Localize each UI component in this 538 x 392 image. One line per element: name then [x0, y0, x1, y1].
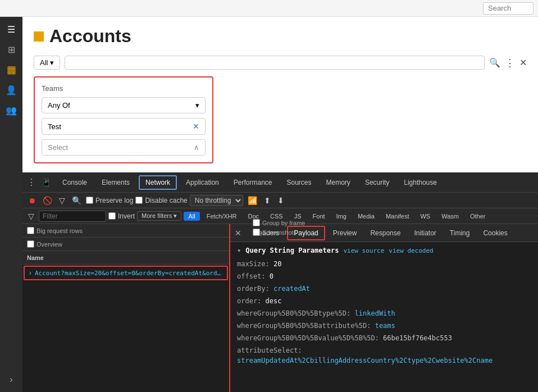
preserve-log-checkbox[interactable]: Preserve log: [86, 197, 133, 204]
any-of-chevron-icon: ▾: [195, 101, 199, 110]
chevron-right-icon[interactable]: ›: [3, 372, 19, 388]
disable-cache-checkbox[interactable]: Disable cache: [135, 197, 187, 204]
accounts-section: Accounts All ▾ 🔍 ⋮ ✕ Teams Any Of ▾: [22, 17, 538, 172]
search-input[interactable]: [483, 2, 534, 15]
payload-tab-timing[interactable]: Timing: [444, 227, 476, 239]
name-column-header: Name: [27, 254, 44, 261]
payload-tab-response[interactable]: Response: [364, 227, 406, 239]
accounts-icon: [34, 31, 44, 42]
query-string-params-title: ▾ Query String Parameters view source vi…: [237, 247, 531, 254]
devtools-devices-icon[interactable]: 📱: [39, 177, 53, 188]
main-layout: ☰ ⊞ ▦ 👤 👥 › Accounts All ▾ 🔍 ⋮ ✕: [0, 17, 538, 392]
any-of-label: Any Of: [48, 101, 70, 110]
filter-icon-button[interactable]: ▽: [26, 211, 37, 222]
teams-select-dropdown[interactable]: Select ∧: [42, 139, 206, 156]
dashboard-icon[interactable]: ⊞: [3, 42, 19, 57]
more-filters-button[interactable]: More filters ▾: [137, 211, 181, 221]
filter-bar: All ▾ 🔍 ⋮ ✕: [34, 56, 527, 70]
param-row-where-type: whereGroup%5B0%5D%5Btype%5D: linkedWith: [237, 308, 531, 318]
options-bar: Big request rows: [22, 224, 229, 238]
chevron-down-icon: ▾: [50, 58, 54, 67]
payload-content: ▾ Query String Parameters view source vi…: [230, 242, 538, 392]
tab-application[interactable]: Application: [180, 176, 225, 189]
app-content: Accounts All ▾ 🔍 ⋮ ✕ Teams Any Of ▾: [22, 17, 538, 392]
page-title: Accounts: [49, 26, 131, 47]
filter-fetch-xhr-pill[interactable]: Fetch/XHR: [202, 212, 241, 221]
param-row-offset: offset: 0: [237, 271, 531, 281]
right-options: Group by frame Screenshots: [253, 224, 305, 236]
view-decoded-link[interactable]: view decoded: [389, 247, 433, 254]
select-chevron-up-icon: ∧: [194, 143, 199, 152]
throttle-select[interactable]: No throttling: [190, 195, 243, 206]
tab-elements[interactable]: Elements: [96, 176, 135, 189]
user-icon[interactable]: 👤: [3, 82, 19, 98]
param-row-attribute-select: attributeSelect: streamUpdatedAt%2Cbilli…: [237, 345, 531, 366]
tab-lighthouse[interactable]: Lighthouse: [398, 176, 443, 189]
overview-bar: Overview: [22, 238, 229, 251]
wifi-icon-button[interactable]: 📶: [245, 195, 259, 206]
filter-manifest-pill[interactable]: Manifest: [381, 212, 414, 221]
devtools-network-toolbar: ⏺ 🚫 ▽ 🔍 Preserve log Disable cache No th…: [22, 193, 538, 208]
tab-console[interactable]: Console: [57, 176, 93, 189]
stop-recording-button[interactable]: ⏺: [26, 195, 38, 206]
filter-search-input[interactable]: [65, 56, 485, 70]
param-row-orderby: orderBy: createdAt: [237, 284, 531, 294]
search-network-button[interactable]: 🔍: [70, 195, 84, 206]
filter-all-pill[interactable]: All: [184, 212, 199, 221]
group-by-frame-checkbox[interactable]: Group by frame: [253, 224, 305, 226]
tab-security[interactable]: Security: [359, 176, 395, 189]
filter-other-pill[interactable]: Other: [466, 212, 490, 221]
grid-icon[interactable]: ▦: [3, 62, 19, 78]
teams-test-tag: Test ✕: [42, 118, 206, 135]
sidebar: ☰ ⊞ ▦ 👤 👥 ›: [0, 17, 22, 392]
filter-close-button[interactable]: ✕: [519, 57, 527, 68]
any-of-select[interactable]: Any Of ▾: [42, 97, 206, 113]
request-list-pane: Big request rows Overview Name: [22, 224, 230, 392]
tab-memory[interactable]: Memory: [321, 176, 356, 189]
filter-img-pill[interactable]: Img: [332, 212, 351, 221]
payload-tab-initiator[interactable]: Initiator: [408, 227, 441, 239]
devtools-panel: ⋮ 📱 Console Elements Network Application…: [22, 172, 538, 392]
teams-filter-box: Teams Any Of ▾ Test ✕ Select ∧: [34, 76, 213, 163]
top-bar: [0, 0, 538, 17]
request-list-header: Name: [22, 251, 229, 265]
request-url: Account?maxSize=20&offset=0&orderBy=crea…: [35, 270, 222, 277]
test-tag-value: Test: [48, 122, 61, 131]
test-tag-remove-button[interactable]: ✕: [193, 122, 199, 131]
request-list-row[interactable]: › Account?maxSize=20&offset=0&orderBy=cr…: [24, 266, 228, 280]
tab-network[interactable]: Network: [139, 175, 177, 190]
accounts-title: Accounts: [34, 26, 527, 47]
clear-button[interactable]: 🚫: [40, 195, 54, 206]
param-row-where-value: whereGroup%5B0%5D%5Bvalue%5D%5B%5D: 66be…: [237, 333, 531, 343]
payload-tab-preview[interactable]: Preview: [327, 227, 363, 239]
tab-sources[interactable]: Sources: [281, 176, 317, 189]
devtools-menu-icon[interactable]: ⋮: [27, 177, 36, 188]
payload-tab-cookies[interactable]: Cookies: [477, 227, 513, 239]
export-button[interactable]: ⬇: [275, 195, 286, 206]
filter-media-pill[interactable]: Media: [353, 212, 379, 221]
big-request-rows-checkbox[interactable]: Big request rows: [27, 227, 83, 234]
filter-font-pill[interactable]: Font: [308, 212, 330, 221]
more-options-button[interactable]: ⋮: [505, 57, 515, 69]
filter-wasm-pill[interactable]: Wasm: [437, 212, 463, 221]
request-arrow-icon: ›: [29, 269, 31, 277]
hamburger-icon[interactable]: ☰: [3, 21, 19, 37]
overview-checkbox[interactable]: Overview: [27, 240, 62, 248]
invert-checkbox[interactable]: Invert: [108, 212, 135, 220]
import-button[interactable]: ⬆: [262, 195, 273, 206]
param-row-maxsize: maxSize: 20: [237, 259, 531, 269]
payload-pane: ✕ Headers Payload Preview Response Initi…: [230, 224, 538, 392]
group-icon[interactable]: 👥: [3, 102, 19, 118]
filter-input[interactable]: [39, 211, 106, 222]
screenshots-checkbox[interactable]: Screenshots: [253, 229, 305, 236]
payload-close-button[interactable]: ✕: [235, 229, 241, 238]
devtools-content: Big request rows Overview Name: [22, 224, 538, 392]
param-row-where-attribute: whereGroup%5B0%5D%5Battribute%5D: teams: [237, 321, 531, 331]
filter-ws-pill[interactable]: WS: [416, 212, 435, 221]
devtools-tabs-bar: ⋮ 📱 Console Elements Network Application…: [22, 172, 538, 193]
filter-all-button[interactable]: All ▾: [34, 56, 60, 70]
filter-button[interactable]: ▽: [57, 195, 67, 206]
search-icon-button[interactable]: 🔍: [489, 57, 500, 68]
view-source-link[interactable]: view source: [343, 247, 384, 254]
tab-performance[interactable]: Performance: [228, 176, 278, 189]
